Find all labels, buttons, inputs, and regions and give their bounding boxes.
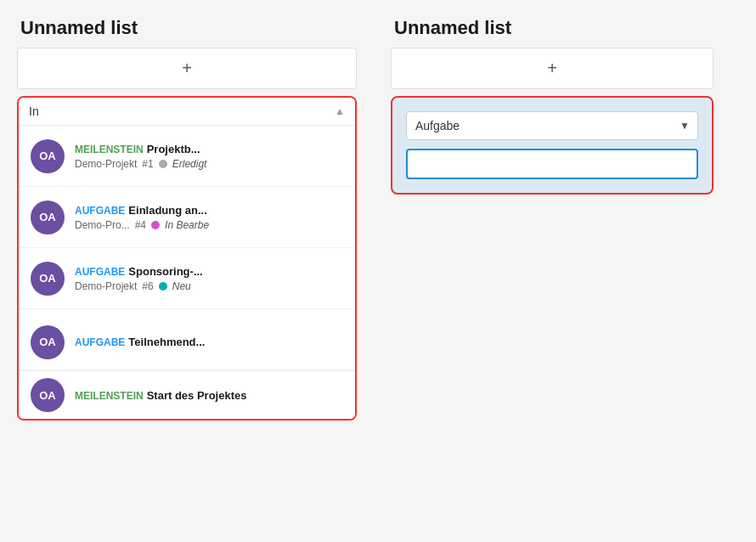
filter-header: In ▲ [19,98,355,126]
item-number: #4 [135,219,146,231]
item-number: #1 [142,158,153,170]
right-add-button[interactable]: + [391,48,714,89]
type-dropdown[interactable]: Aufgabe Meilenstein [406,111,698,140]
status-text: Neu [172,280,191,292]
type-dropdown-container: Aufgabe Meilenstein ▼ [406,111,698,140]
item-content: AUFGABE Teilnehmend... [75,336,343,348]
right-filter-box: Aufgabe Meilenstein ▼ [391,96,714,195]
task-name-input[interactable] [406,149,698,179]
overflow-name: Start des Projektes [147,389,247,402]
item-content: MEILENSTEIN Projektb... Demo-Projekt #1 … [75,143,343,170]
list-item[interactable]: OA AUFGABE Einladung an... Demo-Pro... #… [19,187,355,248]
item-title-line: MEILENSTEIN Start des Projektes [75,389,343,402]
avatar: OA [31,378,65,412]
item-meta: Demo-Pro... #4 In Bearbe [75,219,343,231]
status-dot [159,282,167,291]
item-title-line: AUFGABE Sponsoring-... [75,265,343,278]
item-name: Einladung an... [128,204,206,217]
scroll-up-icon: ▲ [335,105,345,117]
item-meta: Demo-Projekt #1 Erledigt [75,158,343,170]
item-content: AUFGABE Sponsoring-... Demo-Projekt #6 N… [75,265,343,292]
item-title-line: AUFGABE Einladung an... [75,204,343,217]
item-project: Demo-Pro... [75,219,130,231]
item-project: Demo-Projekt [75,158,137,170]
item-number: #6 [142,280,153,292]
item-type: MEILENSTEIN [75,144,144,155]
item-name: Teilnehmend... [128,336,205,348]
item-name: Projektb... [147,143,200,155]
avatar: OA [31,200,65,234]
list-item[interactable]: OA AUFGABE Teilnehmend... [19,309,355,370]
filter-label: In [29,104,39,118]
left-list-title: Unnamed list [17,17,357,39]
item-content: AUFGABE Einladung an... Demo-Pro... #4 I… [75,204,343,231]
left-add-button[interactable]: + [17,48,357,89]
overflow-type: MEILENSTEIN [75,390,144,402]
item-project: Demo-Projekt [75,280,137,292]
item-type: AUFGABE [75,336,125,348]
left-filter-box: In ▲ OA MEILENSTEIN Projektb... Demo-Pro… [17,96,357,421]
status-text: Erledigt [172,158,207,170]
items-list[interactable]: OA MEILENSTEIN Projektb... Demo-Projekt … [19,126,355,370]
item-name: Sponsoring-... [128,265,202,278]
item-title-line: AUFGABE Teilnehmend... [75,336,343,348]
status-dot [151,221,160,229]
list-item[interactable]: OA MEILENSTEIN Projektb... Demo-Projekt … [19,126,355,187]
avatar: OA [31,262,65,296]
item-title-line: MEILENSTEIN Projektb... [75,143,343,155]
status-text: In Bearbe [165,219,209,231]
avatar: OA [31,139,65,173]
item-type: AUFGABE [75,266,125,278]
item-content: MEILENSTEIN Start des Projektes [75,389,343,402]
right-list-title: Unnamed list [391,17,714,39]
right-list-panel: Unnamed list + Aufgabe Meilenstein ▼ [391,17,714,195]
text-input-wrapper [406,149,698,179]
item-type: AUFGABE [75,205,125,217]
left-list-panel: Unnamed list + In ▲ OA MEILENSTEIN Proje… [17,17,357,421]
avatar: OA [31,325,65,359]
status-dot [159,160,167,168]
bottom-overflow-item[interactable]: OA MEILENSTEIN Start des Projektes [19,370,355,419]
item-meta: Demo-Projekt #6 Neu [75,280,343,292]
list-item[interactable]: OA AUFGABE Sponsoring-... Demo-Projekt #… [19,248,355,309]
